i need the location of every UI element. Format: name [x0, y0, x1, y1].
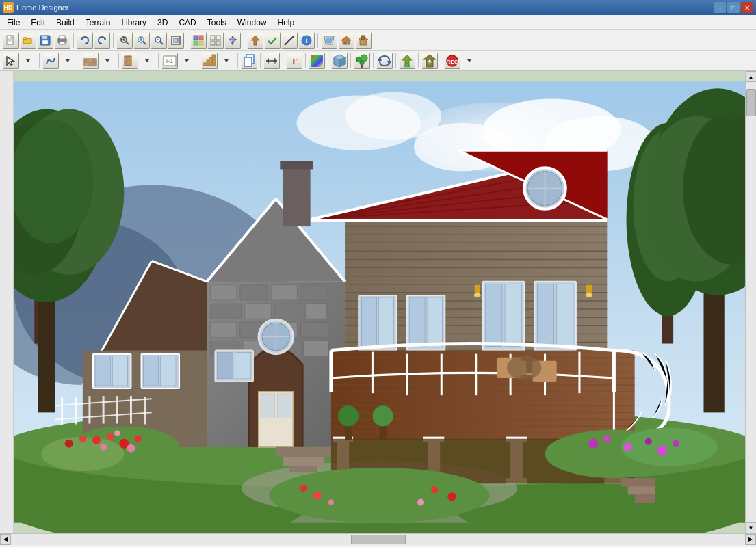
menu-library[interactable]: Library: [116, 16, 152, 29]
arrow-up-btn2[interactable]: [399, 53, 415, 69]
fit-window-button[interactable]: [168, 32, 184, 49]
save-button[interactable]: [37, 32, 53, 49]
move-button[interactable]: [224, 32, 241, 49]
stairs-dropdown[interactable]: [218, 53, 235, 69]
svg-marker-66: [185, 59, 189, 62]
svg-point-86: [360, 61, 364, 65]
svg-point-278: [621, 428, 717, 466]
svg-marker-63: [145, 59, 149, 62]
menu-cad[interactable]: CAD: [173, 16, 201, 29]
menu-edit[interactable]: Edit: [25, 16, 51, 29]
svg-rect-126: [210, 304, 241, 319]
minimize-button[interactable]: ─: [714, 2, 726, 13]
hscroll-thumb[interactable]: [351, 535, 406, 544]
dim-tool-btn[interactable]: [263, 53, 280, 69]
dropdown-arrow[interactable]: [20, 53, 36, 69]
svg-rect-73: [244, 57, 252, 66]
record-btn[interactable]: REC: [444, 53, 460, 69]
canvas-area[interactable]: [14, 71, 745, 533]
house2-btn[interactable]: [355, 32, 372, 49]
arrow-select-btn[interactable]: [3, 53, 19, 69]
transform-btn[interactable]: [421, 53, 438, 69]
svg-point-284: [673, 440, 679, 447]
svg-marker-51: [26, 59, 30, 62]
svg-rect-139: [261, 394, 274, 418]
title-bar: HD Home Designer ─ □ ✕: [0, 0, 756, 15]
svg-point-85: [361, 55, 367, 62]
svg-point-276: [127, 444, 135, 453]
svg-point-261: [338, 405, 359, 426]
plant-btn[interactable]: [354, 53, 370, 69]
scroll-down-button[interactable]: ▼: [746, 522, 757, 533]
svg-rect-34: [216, 36, 220, 40]
menu-file[interactable]: File: [1, 16, 25, 29]
scroll-right-button[interactable]: ▶: [745, 534, 756, 545]
sep-t2-10: [328, 53, 328, 68]
svg-line-39: [285, 36, 294, 45]
zoom-in-button[interactable]: [133, 32, 150, 49]
paint-btn[interactable]: [309, 53, 325, 69]
zoom-out-button[interactable]: [151, 32, 167, 49]
left-ruler: [0, 71, 14, 533]
stairs-tool-btn[interactable]: [201, 53, 218, 69]
svg-rect-57: [92, 59, 96, 62]
wall-dropdown[interactable]: [99, 53, 116, 69]
close-button[interactable]: ✕: [741, 2, 753, 13]
sep-t2-2: [79, 53, 79, 68]
svg-rect-310: [276, 447, 331, 457]
svg-rect-67: [203, 63, 207, 66]
open-button[interactable]: [20, 32, 36, 49]
text-tool-btn[interactable]: T: [286, 53, 302, 69]
svg-point-269: [107, 433, 114, 440]
zoom-button[interactable]: [116, 32, 133, 49]
scroll-thumb[interactable]: [746, 89, 756, 116]
sep-t2-3: [118, 53, 119, 68]
redo-button[interactable]: [94, 32, 110, 49]
floor-dropdown[interactable]: [179, 53, 195, 69]
sep-t2-12: [373, 53, 374, 68]
info-btn[interactable]: i: [298, 32, 315, 49]
curve-tool-btn[interactable]: [42, 53, 59, 69]
scroll-left-button[interactable]: ◀: [0, 534, 11, 545]
hscroll-track[interactable]: [11, 534, 745, 545]
sep-t2-4: [158, 53, 159, 68]
undo-button[interactable]: [77, 32, 93, 49]
svg-rect-29: [194, 36, 198, 40]
wall-tool-btn[interactable]: [82, 53, 99, 69]
svg-rect-28: [174, 38, 178, 42]
scroll-track[interactable]: [746, 82, 757, 522]
svg-point-287: [313, 491, 322, 499]
svg-rect-312: [289, 466, 317, 472]
material-btn[interactable]: [331, 53, 348, 69]
render-btn[interactable]: [321, 32, 337, 49]
menu-window[interactable]: Window: [232, 16, 272, 29]
svg-rect-219: [161, 356, 176, 386]
door-tool-btn[interactable]: [122, 53, 138, 69]
select-view-button[interactable]: [190, 32, 207, 49]
menu-tools[interactable]: Tools: [202, 16, 232, 29]
check-btn[interactable]: [264, 32, 281, 49]
menu-terrain[interactable]: Terrain: [80, 16, 116, 29]
grid-button[interactable]: [207, 32, 224, 49]
scroll-up-button[interactable]: ▲: [746, 71, 757, 82]
line-tool-btn[interactable]: [281, 32, 298, 49]
rotate-btn[interactable]: [376, 53, 393, 69]
house-btn[interactable]: [338, 32, 354, 49]
copy-btn[interactable]: [241, 53, 257, 69]
svg-rect-30: [199, 36, 203, 40]
maximize-button[interactable]: □: [727, 2, 740, 13]
print-button[interactable]: [54, 32, 70, 49]
curve-dropdown[interactable]: [60, 53, 76, 69]
floor-tool-btn[interactable]: F1: [161, 53, 178, 69]
arrow-up-btn[interactable]: [247, 32, 263, 49]
menu-help[interactable]: Help: [272, 16, 300, 29]
menu-build[interactable]: Build: [51, 16, 80, 29]
svg-rect-182: [486, 284, 502, 347]
menu-3d[interactable]: 3D: [152, 16, 173, 29]
door-dropdown[interactable]: [139, 53, 155, 69]
new-button[interactable]: [3, 32, 19, 49]
record-dropdown[interactable]: [461, 53, 478, 69]
svg-rect-216: [112, 356, 127, 386]
svg-point-282: [645, 438, 652, 445]
svg-point-12: [64, 39, 66, 40]
